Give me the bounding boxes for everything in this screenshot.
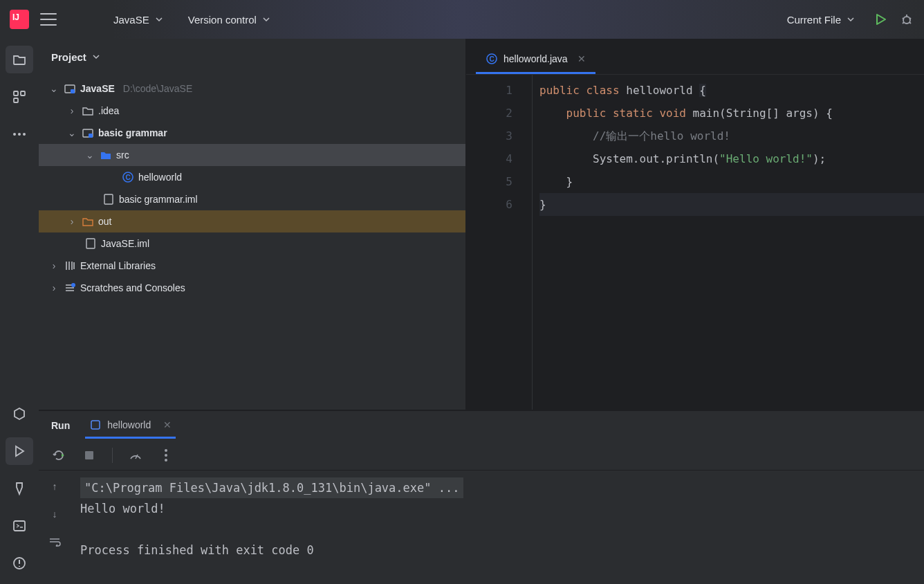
- chevron-down-icon: [262, 15, 270, 24]
- file-icon: [84, 237, 97, 250]
- up-arrow-icon[interactable]: ↑: [47, 479, 62, 494]
- tree-external-libs[interactable]: › External Libraries: [39, 255, 465, 277]
- project-panel: Project ⌄ JavaSE D:\code\JavaSE › .idea: [39, 39, 466, 410]
- soft-wrap-icon[interactable]: [47, 534, 62, 549]
- line-gutter: 1 2 3 4 5 6: [466, 75, 533, 410]
- svg-point-4: [13, 133, 16, 136]
- tree-label: JavaSE.iml: [101, 238, 149, 249]
- tree-label: .idea: [98, 105, 119, 116]
- svg-rect-2: [21, 91, 25, 95]
- run-config-selector[interactable]: Current File: [780, 10, 862, 30]
- svg-point-17: [71, 283, 75, 287]
- main-menu-button[interactable]: [40, 13, 57, 26]
- terminal-tool-button[interactable]: [6, 512, 33, 540]
- run-tool-button[interactable]: [6, 437, 33, 465]
- close-run-tab-button[interactable]: ✕: [163, 419, 172, 430]
- expand-icon[interactable]: ›: [66, 216, 77, 227]
- rerun-button[interactable]: [51, 448, 66, 463]
- project-menu[interactable]: JavaSE: [107, 10, 170, 30]
- vcs-menu-label: Version control: [188, 14, 257, 26]
- expand-icon[interactable]: ⌄: [48, 83, 59, 94]
- tree-scratches[interactable]: › Scratches and Consoles: [39, 277, 465, 299]
- svg-point-23: [165, 454, 167, 457]
- console-command: "C:\Program Files\Java\jdk1.8.0_131\bin\…: [80, 477, 463, 498]
- editor-tab-label: helloworld.java: [503, 53, 568, 64]
- run-tab[interactable]: helloworld ✕: [85, 413, 176, 439]
- excluded-folder-icon: [82, 215, 94, 228]
- run-panel: Run helloworld ✕ ↑ ↓: [39, 410, 924, 584]
- svg-text:C: C: [125, 174, 130, 181]
- svg-text:C: C: [489, 55, 494, 63]
- file-icon: [102, 193, 115, 206]
- expand-icon[interactable]: ›: [66, 105, 77, 116]
- more-actions-button[interactable]: [158, 448, 174, 463]
- editor-tab[interactable]: C helloworld.java ✕: [476, 46, 595, 74]
- svg-point-22: [165, 449, 167, 452]
- build-tool-button[interactable]: [6, 475, 33, 502]
- run-toolbar: [39, 440, 924, 471]
- services-tool-button[interactable]: [6, 400, 33, 428]
- editor-tabbar: C helloworld.java ✕: [466, 39, 924, 75]
- performance-button[interactable]: [128, 448, 143, 463]
- expand-icon[interactable]: ›: [48, 282, 59, 293]
- chevron-down-icon: [92, 53, 100, 61]
- svg-rect-1: [14, 91, 18, 95]
- structure-tool-button[interactable]: [6, 83, 33, 111]
- app-logo: [10, 10, 29, 29]
- close-tab-button[interactable]: ✕: [578, 53, 586, 64]
- project-panel-header[interactable]: Project: [39, 39, 465, 75]
- debug-button[interactable]: [899, 12, 914, 27]
- svg-point-6: [23, 133, 26, 136]
- svg-point-24: [165, 459, 167, 462]
- tree-iml-file[interactable]: basic grammar.iml: [39, 188, 465, 210]
- topbar: JavaSE Version control Current File: [0, 0, 924, 39]
- line-number: 2: [466, 102, 512, 125]
- tree-label: src: [116, 149, 129, 161]
- console-output[interactable]: "C:\Program Files\Java\jdk1.8.0_131\bin\…: [71, 471, 924, 584]
- tree-root[interactable]: ⌄ JavaSE D:\code\JavaSE: [39, 77, 465, 100]
- expand-icon[interactable]: ›: [48, 260, 59, 271]
- tree-idea-folder[interactable]: › .idea: [39, 100, 465, 122]
- project-tree: ⌄ JavaSE D:\code\JavaSE › .idea ⌄ basic …: [39, 75, 465, 410]
- run-button[interactable]: [873, 12, 888, 27]
- tree-module[interactable]: ⌄ basic grammar: [39, 122, 465, 144]
- tree-label: basic grammar.iml: [119, 194, 198, 205]
- stop-button[interactable]: [82, 448, 97, 463]
- svg-rect-20: [91, 421, 100, 429]
- project-tool-button[interactable]: [6, 46, 33, 73]
- svg-rect-21: [85, 451, 93, 459]
- console-line: Hello world!: [80, 498, 914, 519]
- folder-icon: [82, 104, 94, 117]
- tree-project-iml[interactable]: JavaSE.iml: [39, 232, 465, 255]
- expand-icon[interactable]: ⌄: [66, 127, 77, 138]
- scratch-icon: [64, 282, 76, 294]
- class-icon: C: [486, 53, 498, 65]
- down-arrow-icon[interactable]: ↓: [47, 507, 62, 522]
- code-area[interactable]: 1 2 3 4 5 6 public class helloworld { pu…: [466, 75, 924, 410]
- source-folder-icon: [100, 149, 112, 161]
- console-exit: Process finished with exit code 0: [80, 540, 914, 560]
- code-body[interactable]: public class helloworld { public static …: [533, 75, 924, 410]
- project-panel-title: Project: [51, 51, 86, 63]
- run-config-label: Current File: [787, 14, 841, 26]
- more-tool-button[interactable]: [6, 120, 33, 148]
- tree-src-folder[interactable]: ⌄ src: [39, 144, 465, 166]
- chevron-down-icon: [155, 15, 163, 24]
- chevron-down-icon: [847, 15, 855, 24]
- line-number: 3: [466, 125, 512, 147]
- tree-label: out: [98, 216, 111, 227]
- tree-root-label: JavaSE: [80, 83, 115, 94]
- svg-rect-12: [89, 134, 93, 138]
- tree-class-file[interactable]: C helloworld: [39, 166, 465, 188]
- svg-rect-3: [14, 98, 18, 102]
- expand-icon[interactable]: ⌄: [84, 149, 95, 161]
- run-panel-title: Run: [51, 420, 70, 431]
- module-icon: [82, 127, 94, 139]
- line-number: 5: [466, 170, 512, 193]
- line-number: 6: [466, 193, 512, 216]
- vcs-menu[interactable]: Version control: [181, 10, 277, 30]
- problems-tool-button[interactable]: [6, 549, 33, 577]
- tree-out-folder[interactable]: › out: [39, 210, 465, 232]
- class-icon: C: [122, 171, 134, 183]
- svg-rect-10: [71, 89, 75, 93]
